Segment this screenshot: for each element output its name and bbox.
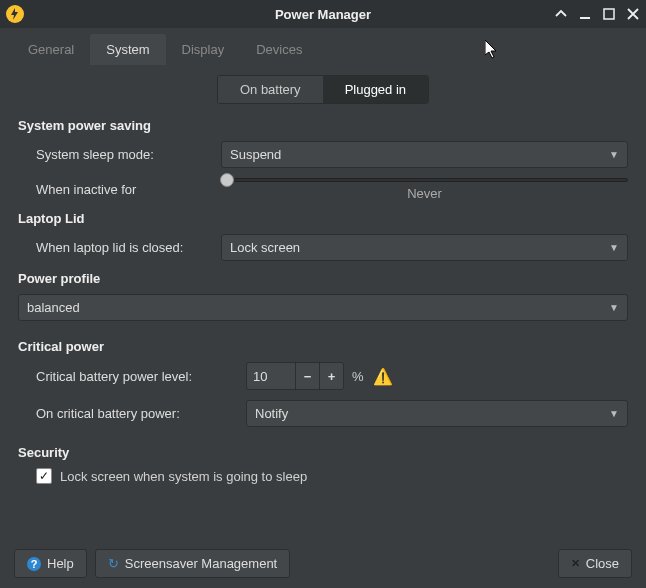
on-battery-toggle[interactable]: On battery [218, 76, 323, 103]
inactive-slider[interactable] [221, 178, 628, 182]
power-profile-value: balanced [27, 300, 80, 315]
svg-rect-0 [580, 17, 590, 19]
lid-closed-label: When laptop lid is closed: [36, 240, 221, 255]
maximize-button[interactable] [602, 7, 616, 21]
screensaver-label: Screensaver Management [125, 556, 277, 571]
lock-on-sleep-label: Lock screen when system is going to slee… [60, 469, 307, 484]
close-icon: ✕ [571, 557, 580, 570]
footer: ? Help ↻ Screensaver Management ✕ Close [0, 539, 646, 588]
power-mode-toggle: On battery Plugged in [18, 75, 628, 104]
lock-on-sleep-checkbox[interactable]: ✓ [36, 468, 52, 484]
chevron-down-icon: ▼ [609, 302, 619, 313]
critical-level-spinner[interactable]: − + [246, 362, 344, 390]
section-security: Security [18, 445, 628, 460]
inactive-label: When inactive for [36, 182, 221, 197]
tab-system[interactable]: System [90, 34, 165, 65]
on-critical-value: Notify [255, 406, 288, 421]
tab-devices[interactable]: Devices [240, 34, 318, 65]
critical-level-label: Critical battery power level: [36, 369, 246, 384]
inactive-value: Never [407, 186, 442, 201]
close-label: Close [586, 556, 619, 571]
plugged-in-toggle[interactable]: Plugged in [323, 76, 428, 103]
rollup-button[interactable] [554, 7, 568, 21]
spinner-plus-button[interactable]: + [319, 363, 343, 389]
tab-bar: General System Display Devices [0, 28, 646, 65]
refresh-icon: ↻ [108, 556, 119, 571]
chevron-down-icon: ▼ [609, 242, 619, 253]
critical-level-input[interactable] [247, 364, 295, 389]
content-area: On battery Plugged in System power savin… [0, 65, 646, 539]
on-critical-select[interactable]: Notify ▼ [246, 400, 628, 427]
section-system-power-saving: System power saving [18, 118, 628, 133]
sleep-mode-select[interactable]: Suspend ▼ [221, 141, 628, 168]
slider-thumb[interactable] [220, 173, 234, 187]
power-manager-window: Power Manager General System Display Dev… [0, 0, 646, 588]
chevron-down-icon: ▼ [609, 149, 619, 160]
power-profile-select[interactable]: balanced ▼ [18, 294, 628, 321]
lid-closed-value: Lock screen [230, 240, 300, 255]
section-critical-power: Critical power [18, 339, 628, 354]
lid-closed-select[interactable]: Lock screen ▼ [221, 234, 628, 261]
help-button[interactable]: ? Help [14, 549, 87, 578]
window-controls [554, 7, 640, 21]
titlebar: Power Manager [0, 0, 646, 28]
warning-icon: ⚠️ [372, 365, 394, 387]
on-critical-label: On critical battery power: [36, 406, 246, 421]
sleep-mode-label: System sleep mode: [36, 147, 221, 162]
help-icon: ? [27, 557, 41, 571]
help-label: Help [47, 556, 74, 571]
tab-display[interactable]: Display [166, 34, 241, 65]
spinner-minus-button[interactable]: − [295, 363, 319, 389]
section-power-profile: Power profile [18, 271, 628, 286]
minimize-button[interactable] [578, 7, 592, 21]
section-laptop-lid: Laptop Lid [18, 211, 628, 226]
sleep-mode-value: Suspend [230, 147, 281, 162]
bolt-icon [6, 5, 24, 23]
tab-general[interactable]: General [12, 34, 90, 65]
svg-rect-1 [604, 9, 614, 19]
percent-unit: % [352, 369, 364, 384]
screensaver-button[interactable]: ↻ Screensaver Management [95, 549, 290, 578]
chevron-down-icon: ▼ [609, 408, 619, 419]
window-title: Power Manager [0, 7, 646, 22]
close-window-button[interactable] [626, 7, 640, 21]
close-button[interactable]: ✕ Close [558, 549, 632, 578]
